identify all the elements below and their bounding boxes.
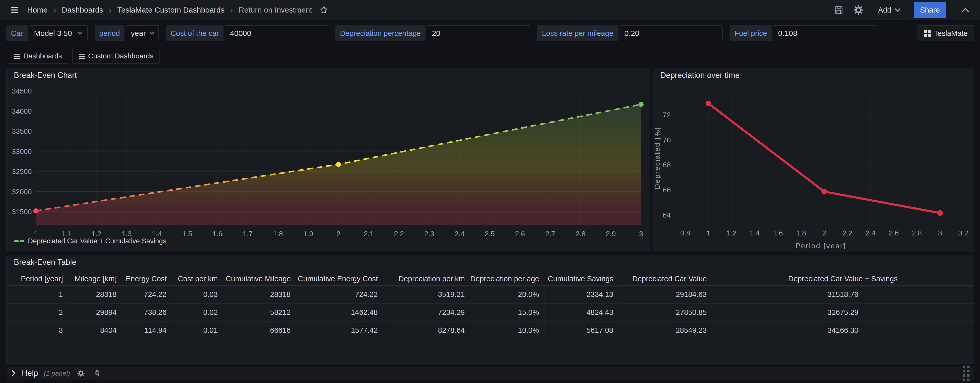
depreciation-chart-plot[interactable]: 0.811.21.41.61.822.22.42.62.833.26466687… (653, 83, 974, 249)
chevron-right-icon[interactable] (11, 370, 16, 377)
svg-text:2.7: 2.7 (545, 230, 555, 236)
table-cell: 1462.48 (296, 303, 383, 321)
table-cell: 31518.76 (712, 286, 974, 303)
table-header-cell[interactable]: Energy Cost (122, 273, 172, 286)
table-cell: 724.22 (122, 286, 172, 303)
svg-text:3.2: 3.2 (958, 229, 968, 237)
table-header-cell[interactable]: Cumulative Energy Cost (296, 273, 383, 286)
table-header-cell[interactable]: Cumulative Savings (544, 273, 619, 286)
table-header-cell[interactable]: Depreciated Car Value + Savings (712, 273, 974, 286)
table-header-cell[interactable]: Period [year] (6, 273, 68, 286)
variable-period: period year (95, 26, 159, 41)
breadcrumb-dashboards[interactable]: Dashboards (62, 6, 103, 14)
row-title[interactable]: Help (22, 369, 38, 378)
table-cell: 32675.29 (712, 303, 974, 321)
variable-car-value: Model 3 50 (34, 29, 72, 38)
panel-title[interactable]: Break-Even Chart (6, 68, 650, 83)
svg-text:2.4: 2.4 (865, 229, 875, 237)
table-cell: 8278.64 (383, 321, 470, 339)
variable-car-label: Car (6, 26, 28, 41)
table-cell: 7234.29 (383, 303, 470, 321)
table-cell: 3 (6, 321, 68, 339)
table-cell: 29184.63 (619, 286, 712, 303)
table-cell: 2334.13 (544, 286, 619, 303)
svg-text:2.2: 2.2 (394, 230, 404, 236)
table-header-cell[interactable]: Depreciated Car Value (619, 273, 712, 286)
breadcrumb-separator-icon: › (230, 6, 233, 14)
table-header-cell[interactable]: Depreciation per km (383, 273, 470, 286)
svg-text:1.6: 1.6 (773, 229, 783, 237)
variable-loss-rate-input[interactable] (624, 29, 718, 38)
breadcrumb: Home › Dashboards › TeslaMate Custom Das… (27, 4, 330, 16)
svg-text:1.2: 1.2 (727, 229, 737, 237)
add-button[interactable]: Add (872, 2, 907, 18)
breadcrumb-folder[interactable]: TeslaMate Custom Dashboards (117, 6, 224, 14)
variable-cost-of-car-label: Cost of the car (166, 26, 223, 41)
list-icon (79, 54, 85, 59)
chart-legend: Depreciated Car Value + Cumulative Savin… (6, 237, 650, 245)
table-cell: 0.03 (172, 286, 223, 303)
table-cell: 66616 (223, 321, 296, 339)
variable-fuel-price-input[interactable] (778, 29, 872, 38)
chevron-up-icon (962, 7, 969, 13)
custom-dashboards-link-button[interactable]: Custom Dashboards (72, 49, 160, 64)
break-even-chart-plot[interactable]: 11.11.21.31.41.51.61.71.81.922.12.22.32.… (6, 83, 650, 236)
variable-loss-rate-field (620, 26, 723, 41)
svg-text:1.6: 1.6 (213, 230, 223, 236)
variable-depreciation-percentage-input[interactable] (432, 29, 525, 38)
table-cell: 58212 (223, 303, 296, 321)
table-header-cell[interactable]: Cumulative Mileage (223, 273, 296, 286)
row-delete-button[interactable] (92, 368, 103, 379)
svg-text:Depreciated [%]: Depreciated [%] (653, 126, 661, 189)
favorite-star-button[interactable] (318, 4, 330, 16)
top-navigation-bar: Home › Dashboards › TeslaMate Custom Das… (0, 0, 980, 21)
variable-cost-of-car-input[interactable] (230, 29, 323, 38)
table-row: 38404114.940.01666161577.428278.6410.0%5… (6, 321, 974, 339)
star-icon (319, 5, 328, 14)
svg-text:1.9: 1.9 (303, 230, 313, 236)
table-cell: 0.01 (172, 321, 223, 339)
svg-text:34500: 34500 (12, 87, 32, 95)
collapse-toolbar-button[interactable] (960, 6, 971, 14)
panel-title[interactable]: Break-Even Table (6, 255, 974, 270)
svg-text:1.2: 1.2 (91, 230, 101, 236)
break-even-table: Period [year]Mileage [km]Energy CostCost… (6, 273, 974, 340)
legend-series-icon (14, 240, 24, 242)
variable-loss-rate: Loss rate per mileage (537, 26, 723, 41)
svg-text:1.5: 1.5 (182, 230, 192, 236)
save-dashboard-button[interactable] (832, 3, 845, 16)
add-button-label: Add (878, 6, 891, 14)
table-cell: 28318 (68, 286, 122, 303)
row-resize-handle[interactable] (963, 365, 969, 381)
table-header-cell[interactable]: Cost per km (172, 273, 223, 286)
dashboards-link-label: Dashboards (23, 52, 62, 60)
row-settings-button[interactable] (76, 368, 86, 379)
table-cell: 34166.30 (712, 321, 974, 339)
table-cell: 1 (6, 286, 68, 303)
svg-text:2.5: 2.5 (485, 230, 495, 236)
variable-car: Car Model 3 50 (6, 26, 88, 41)
breadcrumb-home[interactable]: Home (27, 6, 48, 14)
variable-fuel-price-label: Fuel price (730, 26, 772, 41)
svg-text:3: 3 (639, 230, 643, 236)
panel-title[interactable]: Depreciation over time (653, 68, 974, 83)
table-header-cell[interactable]: Depreciation per age (470, 273, 544, 286)
svg-text:33500: 33500 (12, 127, 32, 135)
breadcrumb-separator-icon: › (109, 6, 111, 14)
share-button[interactable]: Share (914, 2, 946, 18)
variable-depreciation-percentage-label: Depreciation percentage (336, 26, 425, 41)
topnav-actions: Add Share (832, 2, 971, 18)
dashboards-link-button[interactable]: Dashboards (8, 49, 68, 64)
teslamate-link-button[interactable]: TeslaMate (918, 26, 974, 41)
svg-text:2.9: 2.9 (606, 230, 616, 236)
svg-text:2: 2 (822, 229, 826, 237)
menu-toggle-button[interactable] (9, 5, 19, 14)
variable-car-select[interactable]: Model 3 50 (29, 26, 88, 41)
legend-series-label[interactable]: Depreciated Car Value + Cumulative Savin… (28, 237, 166, 245)
variable-period-select[interactable]: year (126, 26, 159, 41)
svg-text:3: 3 (938, 229, 942, 237)
dashboard-settings-button[interactable] (852, 3, 865, 17)
table-header-cell[interactable]: Mileage [km] (68, 273, 122, 286)
svg-text:2.8: 2.8 (576, 230, 585, 236)
svg-text:2: 2 (336, 230, 340, 236)
